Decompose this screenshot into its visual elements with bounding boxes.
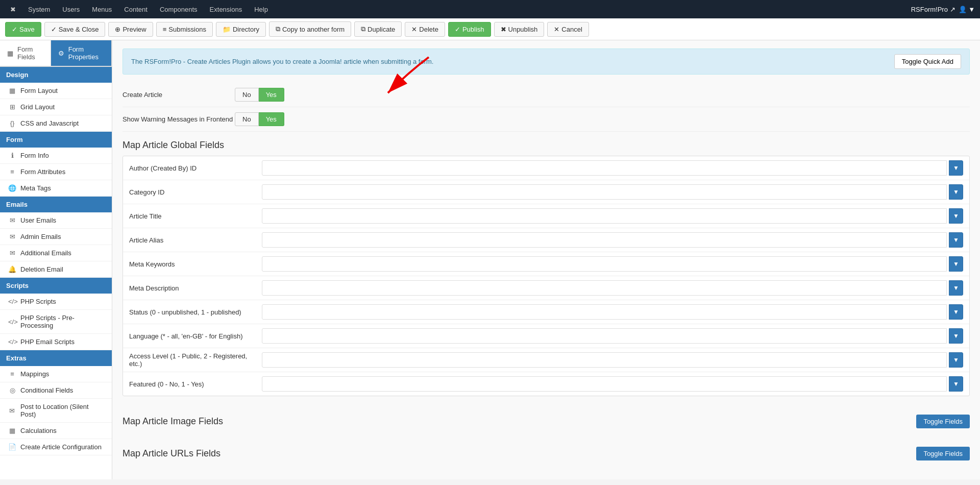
- tab-form-properties[interactable]: ⚙ Form Properties: [51, 40, 112, 66]
- map-input-alias: ▼: [262, 232, 963, 248]
- featured-dropdown-btn[interactable]: ▼: [949, 376, 963, 392]
- directory-button[interactable]: 📁 Directory: [216, 22, 266, 37]
- attributes-icon: ≡: [8, 168, 16, 176]
- sidebar-item-conditional-fields[interactable]: ◎ Conditional Fields: [0, 382, 112, 399]
- delete-button[interactable]: ✕ Delete: [405, 22, 445, 37]
- save-button[interactable]: ✓ Save: [5, 22, 41, 37]
- show-warning-yes-btn[interactable]: Yes: [259, 112, 284, 126]
- nav-system[interactable]: System: [23, 0, 55, 18]
- main-content: The RSForm!Pro - Create Articles Plugin …: [112, 40, 980, 479]
- category-input[interactable]: [262, 184, 947, 200]
- nav-content[interactable]: Content: [119, 0, 153, 18]
- sidebar-item-deletion-email[interactable]: 🔔 Deletion Email: [0, 261, 112, 278]
- create-article-toggle: No Yes: [235, 88, 284, 102]
- unpublish-button[interactable]: ✖ Unpublish: [494, 22, 545, 37]
- show-warning-label: Show Warning Messages in Frontend: [122, 115, 235, 123]
- sidebar-item-form-info[interactable]: ℹ Form Info: [0, 148, 112, 164]
- dropdown-icon-5: ▼: [953, 260, 959, 268]
- copy-form-button[interactable]: ⧉ Copy to another form: [269, 21, 351, 37]
- language-input[interactable]: [262, 328, 947, 344]
- submissions-button[interactable]: ≡ Submissions: [156, 22, 213, 37]
- sidebar-item-calculations[interactable]: ▦ Calculations: [0, 423, 112, 439]
- unpublish-icon: ✖: [501, 26, 506, 33]
- map-image-heading: Map Article Image Fields: [122, 416, 223, 427]
- status-dropdown-btn[interactable]: ▼: [949, 304, 963, 320]
- description-dropdown-btn[interactable]: ▼: [949, 280, 963, 296]
- tab-form-fields[interactable]: ▦ Form Fields: [0, 40, 51, 66]
- map-row-status: Status (0 - unpublished, 1 - published) …: [123, 300, 969, 324]
- language-dropdown-btn[interactable]: ▼: [949, 328, 963, 344]
- grid-layout-icon: ⊞: [8, 103, 16, 111]
- sidebar-item-css-javascript[interactable]: {} CSS and Javascript: [0, 115, 112, 132]
- category-dropdown-btn[interactable]: ▼: [949, 184, 963, 200]
- sidebar-item-post-location[interactable]: ✉ Post to Location (Silent Post): [0, 399, 112, 423]
- sidebar-item-form-attributes[interactable]: ≡ Form Attributes: [0, 164, 112, 180]
- sidebar-item-form-layout[interactable]: ▦ Form Layout: [0, 83, 112, 99]
- nav-extensions[interactable]: Extensions: [205, 0, 248, 18]
- sidebar-item-mappings[interactable]: ≡ Mappings: [0, 366, 112, 382]
- sidebar-item-php-scripts[interactable]: </> PHP Scripts: [0, 294, 112, 310]
- access-input[interactable]: [262, 352, 947, 368]
- sidebar: ▦ Form Fields ⚙ Form Properties Design ▦…: [0, 40, 112, 479]
- sidebar-item-user-emails[interactable]: ✉ User Emails: [0, 212, 112, 229]
- map-row-language: Language (* - all, 'en-GB' - for English…: [123, 324, 969, 348]
- alias-dropdown-btn[interactable]: ▼: [949, 232, 963, 248]
- duplicate-button[interactable]: ⧉ Duplicate: [354, 21, 402, 37]
- globe-icon: 🌐: [8, 184, 16, 192]
- nav-menus[interactable]: Menus: [87, 0, 117, 18]
- description-input[interactable]: [262, 280, 947, 296]
- title-dropdown-btn[interactable]: ▼: [949, 208, 963, 224]
- post-icon: ✉: [8, 407, 16, 415]
- map-global-heading: Map Article Global Fields: [122, 132, 970, 156]
- sidebar-item-grid-layout[interactable]: ⊞ Grid Layout: [0, 99, 112, 115]
- toggle-quick-add-button[interactable]: Toggle Quick Add: [894, 54, 961, 69]
- title-input[interactable]: [262, 208, 947, 224]
- sidebar-item-meta-tags[interactable]: 🌐 Meta Tags: [0, 180, 112, 197]
- author-input[interactable]: [262, 160, 947, 176]
- save-icon: ✓: [12, 26, 17, 33]
- toolbar: ✓ Save ✓ Save & Close ⊕ Preview ≡ Submis…: [0, 18, 980, 40]
- nav-components[interactable]: Components: [155, 0, 203, 18]
- create-article-no-btn[interactable]: No: [235, 88, 259, 102]
- access-dropdown-btn[interactable]: ▼: [949, 352, 963, 368]
- map-label-featured: Featured (0 - No, 1 - Yes): [129, 380, 262, 388]
- directory-icon: 📁: [223, 26, 231, 33]
- save-close-button[interactable]: ✓ Save & Close: [44, 22, 106, 37]
- user-icon[interactable]: 👤 ▼: [959, 6, 975, 13]
- article-icon: 📄: [8, 443, 16, 451]
- alias-input[interactable]: [262, 232, 947, 248]
- create-article-yes-btn[interactable]: Yes: [259, 88, 284, 102]
- toggle-image-fields-button[interactable]: Toggle Fields: [916, 415, 970, 428]
- sidebar-item-php-preprocess[interactable]: </> PHP Scripts - Pre-Processing: [0, 310, 112, 334]
- dropdown-icon-2: ▼: [953, 188, 959, 196]
- publish-button[interactable]: ✓ Publish: [448, 22, 491, 37]
- status-input[interactable]: [262, 304, 947, 320]
- dropdown-icon-10: ▼: [953, 380, 959, 387]
- submissions-icon: ≡: [163, 26, 167, 33]
- nav-users[interactable]: Users: [57, 0, 85, 18]
- preview-icon: ⊕: [115, 26, 120, 33]
- featured-input[interactable]: [262, 376, 947, 392]
- preview-button[interactable]: ⊕ Preview: [108, 22, 153, 37]
- admin-email-icon: ✉: [8, 233, 16, 240]
- nav-help[interactable]: Help: [249, 0, 273, 18]
- map-label-status: Status (0 - unpublished, 1 - published): [129, 308, 262, 316]
- map-input-title: ▼: [262, 208, 963, 224]
- info-text: The RSForm!Pro - Create Articles Plugin …: [131, 58, 433, 65]
- sidebar-item-php-email[interactable]: </> PHP Email Scripts: [0, 334, 112, 350]
- sidebar-item-create-article[interactable]: 📄 Create Article Configuration: [0, 439, 112, 455]
- cancel-button[interactable]: ✕ Cancel: [547, 22, 589, 37]
- author-dropdown-btn[interactable]: ▼: [949, 160, 963, 176]
- keywords-dropdown-btn[interactable]: ▼: [949, 256, 963, 272]
- map-urls-section: Map Article URLs Fields Toggle Fields: [122, 439, 970, 466]
- joomla-logo[interactable]: ✖: [5, 0, 21, 18]
- keywords-input[interactable]: [262, 256, 947, 272]
- map-row-featured: Featured (0 - No, 1 - Yes) ▼: [123, 372, 969, 396]
- sidebar-item-additional-emails[interactable]: ✉ Additional Emails: [0, 245, 112, 261]
- sidebar-section-design: Design: [0, 67, 112, 83]
- toggle-urls-fields-button[interactable]: Toggle Fields: [916, 447, 970, 460]
- sidebar-item-admin-emails[interactable]: ✉ Admin Emails: [0, 229, 112, 245]
- php-icon: </>: [8, 298, 16, 305]
- php-pre-icon: </>: [8, 318, 16, 326]
- show-warning-no-btn[interactable]: No: [235, 112, 259, 126]
